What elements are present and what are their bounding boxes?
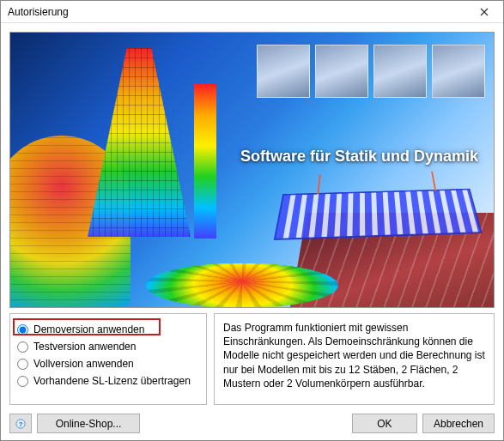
help-button[interactable]: ? [9, 414, 32, 433]
ok-button[interactable]: OK [352, 414, 417, 433]
online-shop-button[interactable]: Online-Shop... [37, 414, 140, 433]
radio-demoversion-input[interactable] [17, 324, 28, 335]
description-text: Das Programm funktioniert mit gewissen E… [223, 322, 485, 390]
banner-image: Software für Statik und Dynamik [9, 32, 495, 308]
banner-caption: Software für Statik und Dynamik [240, 148, 478, 166]
svg-text:?: ? [19, 420, 23, 427]
footer: ? Online-Shop... OK Abbrechen [9, 410, 495, 433]
titlebar: Autorisierung [1, 1, 503, 23]
radio-sl-lizenz[interactable]: Vorhandene SL-Lizenz übertragen [15, 372, 201, 390]
radio-testversion-input[interactable] [17, 341, 28, 353]
description-panel: Das Programm funktioniert mit gewissen E… [214, 313, 495, 405]
close-icon [480, 8, 489, 16]
radio-vollversion-input[interactable] [17, 359, 28, 370]
radio-demoversion[interactable]: Demoversion anwenden [15, 321, 201, 338]
help-icon: ? [15, 418, 26, 430]
window-title: Autorisierung [8, 6, 467, 18]
radio-label: Vorhandene SL-Lizenz übertragen [33, 375, 191, 387]
radio-testversion[interactable]: Testversion anwenden [15, 338, 201, 355]
radio-label: Testversion anwenden [33, 341, 136, 353]
radio-sl-lizenz-input[interactable] [17, 376, 28, 387]
radio-label: Vollversion anwenden [33, 358, 134, 370]
radio-vollversion[interactable]: Vollversion anwenden [15, 355, 201, 372]
cancel-button[interactable]: Abbrechen [422, 414, 495, 433]
radio-label: Demoversion anwenden [33, 323, 144, 335]
authorization-dialog: Autorisierung Software für Statik und Dy… [0, 0, 504, 441]
close-button[interactable] [467, 2, 501, 22]
middle-row: Demoversion anwenden Testversion anwende… [9, 313, 495, 405]
options-group: Demoversion anwenden Testversion anwende… [9, 313, 207, 405]
dialog-content: Software für Statik und Dynamik Demovers… [1, 23, 503, 440]
